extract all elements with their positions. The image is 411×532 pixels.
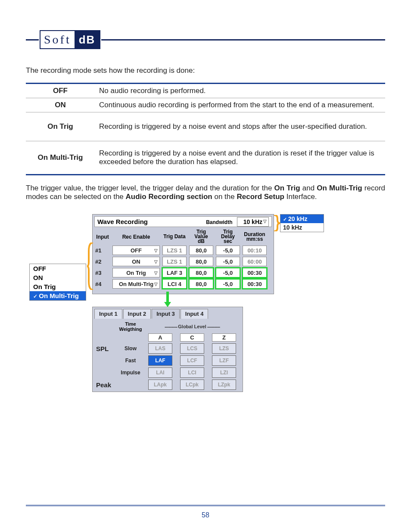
col-header: C [180, 333, 204, 342]
trig-data-cell[interactable]: LZS 1 [162, 246, 187, 255]
mode-desc: Continuous audio recording is performed … [95, 98, 385, 112]
dropdown-option[interactable]: On Trig [30, 282, 86, 291]
logo-text-soft: Soft [40, 33, 75, 47]
global-level-label: Global Level [165, 324, 220, 329]
intro-text: The recording mode sets how the recordin… [26, 66, 385, 75]
time-weighting-label: Time Weigthing [118, 321, 143, 332]
mode-desc: Recording is triggered by a noise event … [95, 141, 385, 175]
trig-data-cell[interactable]: LCI 4 [162, 279, 187, 289]
time-weighting: Slow [125, 345, 137, 352]
input-tab[interactable]: Input 2 [123, 309, 151, 319]
col-header: Z [212, 333, 236, 342]
chevron-down-icon: ▽ [154, 282, 158, 286]
col-trig-delay: Trig Delaysec [216, 230, 240, 244]
col-duration: Durationmm:ss [243, 232, 267, 242]
header-logo: Soft dB [26, 30, 385, 49]
level-button[interactable]: LAF [148, 355, 172, 366]
rec-enable-dropdown[interactable]: On Trig▽ [112, 268, 160, 277]
dropdown-option[interactable]: On Multi-Trig [30, 291, 86, 300]
time-weighting: Impulse [121, 370, 140, 376]
trig-delay-cell[interactable]: -5,0 [216, 257, 240, 266]
logo-text-db: dB [75, 31, 100, 48]
level-button[interactable]: LAI [148, 367, 172, 378]
brace-icon [274, 215, 280, 231]
dropdown-option[interactable]: ON [30, 273, 86, 282]
metric-label: Peak [94, 381, 111, 389]
level-button[interactable]: LZI [212, 367, 236, 378]
col-trig-value: Trig ValuedB [189, 230, 213, 244]
bandwidth-label: Bandwidth [206, 219, 232, 225]
col-header: A [148, 333, 172, 342]
trig-value-cell[interactable]: 80,0 [189, 268, 213, 277]
trig-delay-cell[interactable]: -5,0 [216, 268, 240, 277]
trig-value-cell[interactable]: 80,0 [189, 246, 213, 255]
metric-label: SPL [94, 345, 109, 352]
col-input: Input [95, 234, 110, 240]
input-tab[interactable]: Input 4 [181, 309, 209, 319]
input-label: #3 [95, 270, 110, 276]
footer-rule [26, 505, 385, 506]
level-button[interactable]: LAS [148, 343, 172, 354]
level-button[interactable]: LCF [180, 355, 204, 366]
duration-cell[interactable]: 60:00 [243, 257, 267, 266]
trig-data-cell[interactable]: LAF 3 [162, 268, 187, 277]
trig-data-cell[interactable]: LZS 1 [162, 257, 187, 266]
chevron-down-icon: ▽ [154, 248, 158, 253]
rec-enable-dropdown[interactable]: ON▽ [112, 257, 160, 266]
input-tab[interactable]: Input 1 [94, 309, 122, 319]
level-button[interactable]: LZF [212, 355, 236, 366]
duration-cell[interactable]: 00:30 [243, 268, 267, 277]
level-button[interactable]: LCpk [180, 380, 204, 390]
input-tab[interactable]: Input 3 [152, 309, 180, 319]
rec-enable-dropdown-list[interactable]: OFFONOn TrigOn Multi-Trig [29, 264, 86, 301]
col-rec-enable: Rec Enable [112, 234, 160, 240]
level-button[interactable]: LZS [212, 343, 236, 354]
mode-name: ON [26, 98, 95, 112]
rec-enable-dropdown[interactable]: OFF▽ [112, 246, 160, 255]
dropdown-option[interactable]: OFF [30, 264, 86, 273]
duration-cell[interactable]: 00:30 [243, 279, 267, 289]
duration-cell[interactable]: 00:10 [243, 246, 267, 255]
dropdown-option[interactable]: 20 kHz [280, 215, 324, 223]
mode-desc: No audio recording is performed. [95, 84, 385, 98]
input-label: #4 [95, 281, 110, 287]
brace-icon [87, 243, 94, 290]
trig-delay-cell[interactable]: -5,0 [216, 246, 240, 255]
chevron-down-icon: ▽ [154, 259, 158, 264]
chevron-down-icon: ▽ [263, 219, 267, 224]
explanation-paragraph: The trigger value, the trigger level, th… [26, 184, 385, 201]
dropdown-option[interactable]: 10 kHz [280, 223, 324, 232]
trig-delay-cell[interactable]: -5,0 [216, 279, 240, 289]
input-label: #2 [95, 258, 110, 265]
col-trig-data: Trig Data [162, 234, 187, 239]
page-number: 58 [0, 511, 411, 519]
mode-desc: Recording is triggered by a noise event … [95, 112, 385, 141]
chevron-down-icon: ▽ [154, 271, 158, 275]
trig-value-cell[interactable]: 80,0 [189, 257, 213, 266]
mode-name: OFF [26, 84, 95, 98]
global-level-panel: Input 1Input 2Input 3Input 4 Time Weigth… [92, 307, 243, 392]
recording-mode-table: OFFNo audio recording is performed. ONCo… [26, 83, 385, 175]
level-button[interactable]: LCS [180, 343, 204, 354]
mode-name: On Multi-Trig [26, 141, 95, 175]
arrow-down-icon [163, 292, 172, 307]
input-label: #1 [95, 247, 110, 254]
panel-title: Wave Recording [97, 218, 148, 225]
bandwidth-dropdown-list[interactable]: 20 kHz10 kHz [280, 214, 324, 232]
trig-value-cell[interactable]: 80,0 [189, 279, 213, 289]
level-button[interactable]: LZpk [212, 380, 236, 390]
level-button[interactable]: LCI [180, 367, 204, 378]
level-button[interactable]: LApk [148, 380, 172, 390]
bandwidth-dropdown[interactable]: 10 kHz▽ [237, 217, 269, 227]
rec-enable-dropdown[interactable]: On Multi-Trig▽ [112, 279, 160, 289]
mode-name: On Trig [26, 112, 95, 141]
wave-recording-panel: Wave Recording Bandwidth 10 kHz▽ Input R… [92, 214, 274, 294]
time-weighting: Fast [125, 358, 136, 364]
